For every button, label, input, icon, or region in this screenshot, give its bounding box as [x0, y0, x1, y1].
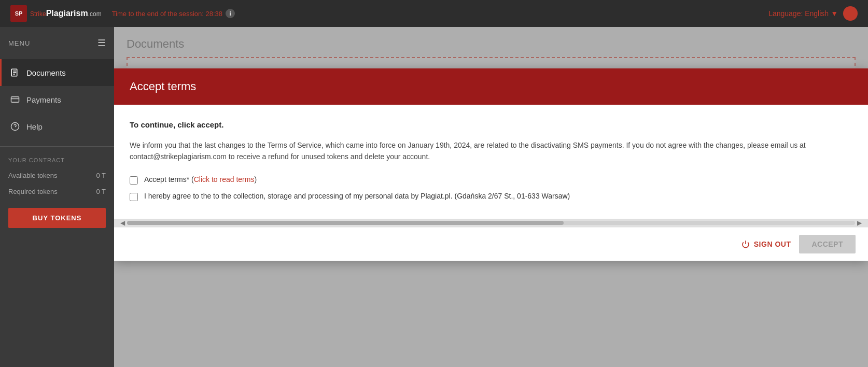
available-tokens-value: 0 T [96, 172, 106, 179]
sidebar-menu-header: MENU ☰ [0, 27, 114, 59]
required-tokens-row: Required tokens 0 T [0, 184, 114, 200]
app-header: SP StrikePlagiarism.com Time to the end … [0, 0, 868, 27]
help-icon [10, 121, 20, 132]
power-icon [741, 240, 750, 248]
info-icon[interactable]: i [226, 9, 235, 18]
accept-terms-checkbox-row: Accept terms* (Click to read terms) [130, 175, 852, 185]
data-processing-checkbox[interactable] [130, 193, 138, 201]
logo-icon: SP [10, 5, 27, 22]
modal-body-heading: To continue, click accept. [130, 120, 852, 129]
svg-rect-1 [11, 97, 19, 103]
accept-terms-text-after: ) [254, 175, 257, 184]
scrollbar-thumb[interactable] [127, 221, 564, 225]
horizontal-scrollbar[interactable]: ◀ ▶ [114, 219, 868, 227]
hamburger-icon[interactable]: ☰ [97, 37, 106, 49]
available-tokens-label: Available tokens [8, 172, 57, 179]
user-avatar[interactable] [843, 6, 858, 21]
modal-overlay: Accept terms To continue, click accept. … [114, 27, 868, 367]
language-selector[interactable]: Language: English ▼ [768, 9, 838, 18]
session-timer: Time to the end of the session: 28:38 i [112, 9, 235, 18]
sidebar-item-help[interactable]: Help [0, 113, 114, 140]
accept-button[interactable]: ACCEPT [799, 235, 856, 253]
sidebar-divider [0, 146, 114, 147]
content-area: Documents Accept terms To continue, clic… [114, 27, 868, 367]
required-tokens-label: Required tokens [8, 188, 58, 195]
payments-icon [10, 94, 20, 105]
document-icon [10, 67, 20, 78]
required-tokens-value: 0 T [96, 188, 106, 195]
language-label: Language: English [768, 9, 829, 18]
data-processing-label: I hereby agree to the to the collection,… [144, 192, 570, 200]
available-tokens-row: Available tokens 0 T [0, 167, 114, 184]
session-timer-text: Time to the end of the session: 28:38 [112, 10, 222, 18]
sidebar-item-payments-label: Payments [26, 95, 61, 104]
sidebar-item-help-label: Help [26, 122, 43, 131]
sign-out-label: SIGN OUT [754, 240, 791, 248]
modal-body: To continue, click accept. We inform you… [114, 105, 868, 219]
modal-body-text: We inform you that the last changes to t… [130, 139, 852, 163]
header-left: SP StrikePlagiarism.com Time to the end … [10, 5, 235, 22]
modal-title: Accept terms [130, 80, 852, 93]
scroll-right-arrow[interactable]: ▶ [855, 219, 864, 227]
chevron-down-icon: ▼ [831, 9, 838, 18]
sign-out-button[interactable]: SIGN OUT [741, 240, 791, 248]
scroll-left-arrow[interactable]: ◀ [118, 219, 127, 227]
contract-label: YOUR CONTRACT [0, 153, 114, 167]
buy-tokens-button[interactable]: BUY TOKENS [8, 208, 106, 228]
modal-footer: SIGN OUT ACCEPT [114, 227, 868, 261]
modal-header: Accept terms [114, 68, 868, 105]
menu-label: MENU [8, 39, 30, 47]
logo: SP StrikePlagiarism.com [10, 5, 102, 22]
logo-text: StrikePlagiarism.com [30, 9, 102, 18]
logo-suffix: .com [88, 10, 102, 18]
accept-terms-modal: Accept terms To continue, click accept. … [114, 68, 868, 261]
sidebar: MENU ☰ Documents [0, 27, 114, 367]
scrollbar-track[interactable] [127, 221, 855, 225]
main-layout: MENU ☰ Documents [0, 27, 868, 367]
header-right: Language: English ▼ [768, 6, 858, 21]
sidebar-item-documents-label: Documents [26, 68, 66, 77]
data-processing-checkbox-row: I hereby agree to the to the collection,… [130, 192, 852, 201]
sidebar-item-documents[interactable]: Documents [0, 59, 114, 86]
click-to-read-terms-link[interactable]: Click to read terms [194, 175, 255, 184]
accept-terms-label: Accept terms* (Click to read terms) [144, 175, 257, 184]
accept-terms-text-before: Accept terms* ( [144, 175, 194, 184]
accept-terms-checkbox[interactable] [130, 176, 138, 185]
sidebar-nav: Documents Payments Help [0, 59, 114, 140]
sidebar-item-payments[interactable]: Payments [0, 86, 114, 113]
